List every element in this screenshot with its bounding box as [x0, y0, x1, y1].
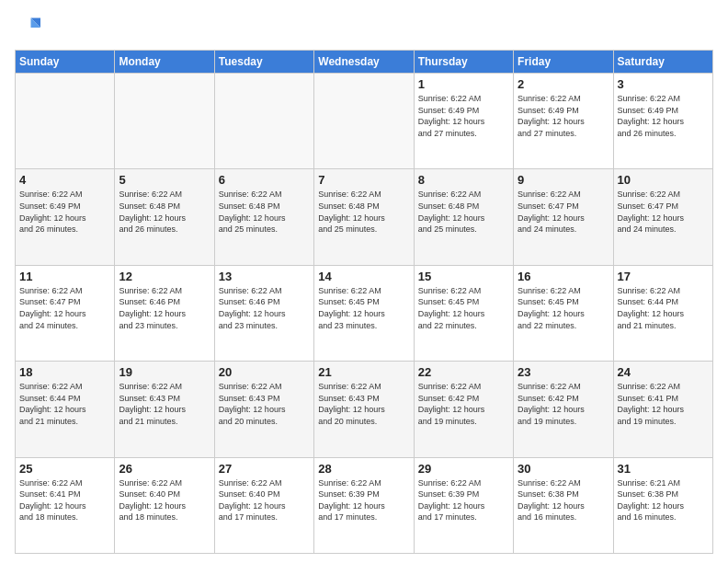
calendar-cell: 19Sunrise: 6:22 AM Sunset: 6:43 PM Dayli… — [115, 362, 214, 457]
calendar-cell: 14Sunrise: 6:22 AM Sunset: 6:45 PM Dayli… — [314, 265, 414, 361]
day-number: 25 — [19, 462, 110, 476]
day-info: Sunrise: 6:22 AM Sunset: 6:44 PM Dayligh… — [19, 381, 110, 427]
day-info: Sunrise: 6:22 AM Sunset: 6:44 PM Dayligh… — [618, 285, 709, 331]
calendar-cell: 28Sunrise: 6:22 AM Sunset: 6:39 PM Dayli… — [314, 457, 414, 553]
day-number: 6 — [219, 173, 310, 187]
day-number: 31 — [618, 462, 709, 476]
day-info: Sunrise: 6:22 AM Sunset: 6:48 PM Dayligh… — [318, 189, 409, 235]
day-info: Sunrise: 6:22 AM Sunset: 6:39 PM Dayligh… — [418, 477, 509, 523]
day-number: 22 — [418, 365, 509, 379]
weekday-header: Sunday — [16, 51, 115, 74]
day-number: 3 — [618, 77, 709, 91]
calendar-cell: 31Sunrise: 6:21 AM Sunset: 6:38 PM Dayli… — [613, 457, 712, 553]
day-info: Sunrise: 6:22 AM Sunset: 6:41 PM Dayligh… — [19, 477, 110, 523]
day-number: 23 — [518, 365, 609, 379]
calendar-week-row: 4Sunrise: 6:22 AM Sunset: 6:49 PM Daylig… — [16, 169, 713, 265]
day-info: Sunrise: 6:22 AM Sunset: 6:46 PM Dayligh… — [119, 285, 210, 331]
calendar-cell: 23Sunrise: 6:22 AM Sunset: 6:42 PM Dayli… — [514, 362, 613, 457]
calendar-cell: 2Sunrise: 6:22 AM Sunset: 6:49 PM Daylig… — [514, 74, 613, 169]
logo — [15, 15, 44, 40]
calendar-cell — [16, 74, 115, 169]
day-number: 28 — [318, 462, 409, 476]
calendar-cell: 24Sunrise: 6:22 AM Sunset: 6:41 PM Dayli… — [613, 362, 712, 457]
calendar-cell: 29Sunrise: 6:22 AM Sunset: 6:39 PM Dayli… — [414, 457, 513, 553]
calendar-cell: 3Sunrise: 6:22 AM Sunset: 6:49 PM Daylig… — [613, 74, 712, 169]
day-info: Sunrise: 6:22 AM Sunset: 6:43 PM Dayligh… — [219, 381, 310, 427]
calendar-cell: 20Sunrise: 6:22 AM Sunset: 6:43 PM Dayli… — [214, 362, 313, 457]
day-info: Sunrise: 6:22 AM Sunset: 6:45 PM Dayligh… — [418, 285, 509, 331]
day-number: 10 — [618, 173, 709, 187]
calendar-week-row: 11Sunrise: 6:22 AM Sunset: 6:47 PM Dayli… — [16, 265, 713, 361]
day-number: 8 — [418, 173, 509, 187]
day-number: 4 — [19, 173, 110, 187]
calendar-cell: 21Sunrise: 6:22 AM Sunset: 6:43 PM Dayli… — [314, 362, 414, 457]
day-number: 27 — [219, 462, 310, 476]
day-info: Sunrise: 6:22 AM Sunset: 6:49 PM Dayligh… — [618, 93, 709, 139]
day-number: 29 — [418, 462, 509, 476]
day-info: Sunrise: 6:22 AM Sunset: 6:42 PM Dayligh… — [518, 381, 609, 427]
calendar-cell: 12Sunrise: 6:22 AM Sunset: 6:46 PM Dayli… — [115, 265, 214, 361]
weekday-header: Tuesday — [214, 51, 313, 74]
calendar-header-row: SundayMondayTuesdayWednesdayThursdayFrid… — [16, 51, 713, 74]
calendar-cell: 1Sunrise: 6:22 AM Sunset: 6:49 PM Daylig… — [414, 74, 513, 169]
day-info: Sunrise: 6:22 AM Sunset: 6:49 PM Dayligh… — [19, 189, 110, 235]
calendar-cell — [115, 74, 214, 169]
calendar-cell: 30Sunrise: 6:22 AM Sunset: 6:38 PM Dayli… — [514, 457, 613, 553]
day-number: 30 — [518, 462, 609, 476]
day-number: 24 — [618, 365, 709, 379]
day-number: 1 — [418, 77, 509, 91]
day-info: Sunrise: 6:22 AM Sunset: 6:38 PM Dayligh… — [518, 477, 609, 523]
day-number: 21 — [318, 365, 409, 379]
day-info: Sunrise: 6:22 AM Sunset: 6:45 PM Dayligh… — [518, 285, 609, 331]
day-number: 5 — [119, 173, 210, 187]
calendar-cell: 8Sunrise: 6:22 AM Sunset: 6:48 PM Daylig… — [414, 169, 513, 265]
day-number: 13 — [219, 270, 310, 283]
day-info: Sunrise: 6:22 AM Sunset: 6:41 PM Dayligh… — [618, 381, 709, 427]
calendar-cell: 6Sunrise: 6:22 AM Sunset: 6:48 PM Daylig… — [214, 169, 313, 265]
calendar-week-row: 25Sunrise: 6:22 AM Sunset: 6:41 PM Dayli… — [16, 457, 713, 553]
day-info: Sunrise: 6:22 AM Sunset: 6:49 PM Dayligh… — [418, 93, 509, 139]
page: SundayMondayTuesdayWednesdayThursdayFrid… — [0, 0, 728, 563]
calendar-cell: 17Sunrise: 6:22 AM Sunset: 6:44 PM Dayli… — [613, 265, 712, 361]
calendar-cell: 10Sunrise: 6:22 AM Sunset: 6:47 PM Dayli… — [613, 169, 712, 265]
day-info: Sunrise: 6:21 AM Sunset: 6:38 PM Dayligh… — [618, 477, 709, 523]
calendar-cell — [214, 74, 313, 169]
calendar-week-row: 1Sunrise: 6:22 AM Sunset: 6:49 PM Daylig… — [16, 74, 713, 169]
day-info: Sunrise: 6:22 AM Sunset: 6:47 PM Dayligh… — [518, 189, 609, 235]
calendar-cell: 22Sunrise: 6:22 AM Sunset: 6:42 PM Dayli… — [414, 362, 513, 457]
calendar-cell: 11Sunrise: 6:22 AM Sunset: 6:47 PM Dayli… — [16, 265, 115, 361]
day-number: 20 — [219, 365, 310, 379]
day-number: 9 — [518, 173, 609, 187]
day-number: 2 — [518, 77, 609, 91]
calendar-cell: 9Sunrise: 6:22 AM Sunset: 6:47 PM Daylig… — [514, 169, 613, 265]
weekday-header: Saturday — [613, 51, 712, 74]
day-number: 11 — [19, 270, 110, 283]
day-number: 14 — [318, 270, 409, 283]
day-number: 26 — [119, 462, 210, 476]
day-number: 17 — [618, 270, 709, 283]
day-info: Sunrise: 6:22 AM Sunset: 6:43 PM Dayligh… — [318, 381, 409, 427]
day-number: 12 — [119, 270, 210, 283]
day-info: Sunrise: 6:22 AM Sunset: 6:47 PM Dayligh… — [618, 189, 709, 235]
day-info: Sunrise: 6:22 AM Sunset: 6:48 PM Dayligh… — [418, 189, 509, 235]
logo-icon — [15, 15, 40, 40]
day-info: Sunrise: 6:22 AM Sunset: 6:45 PM Dayligh… — [318, 285, 409, 331]
day-info: Sunrise: 6:22 AM Sunset: 6:40 PM Dayligh… — [219, 477, 310, 523]
weekday-header: Monday — [115, 51, 214, 74]
day-info: Sunrise: 6:22 AM Sunset: 6:39 PM Dayligh… — [318, 477, 409, 523]
day-number: 16 — [518, 270, 609, 283]
calendar-cell — [314, 74, 414, 169]
day-info: Sunrise: 6:22 AM Sunset: 6:46 PM Dayligh… — [219, 285, 310, 331]
calendar-cell: 16Sunrise: 6:22 AM Sunset: 6:45 PM Dayli… — [514, 265, 613, 361]
day-info: Sunrise: 6:22 AM Sunset: 6:48 PM Dayligh… — [219, 189, 310, 235]
day-info: Sunrise: 6:22 AM Sunset: 6:40 PM Dayligh… — [119, 477, 210, 523]
calendar-cell: 27Sunrise: 6:22 AM Sunset: 6:40 PM Dayli… — [214, 457, 313, 553]
calendar-cell: 25Sunrise: 6:22 AM Sunset: 6:41 PM Dayli… — [16, 457, 115, 553]
calendar-table: SundayMondayTuesdayWednesdayThursdayFrid… — [15, 50, 713, 554]
day-info: Sunrise: 6:22 AM Sunset: 6:43 PM Dayligh… — [119, 381, 210, 427]
calendar-cell: 15Sunrise: 6:22 AM Sunset: 6:45 PM Dayli… — [414, 265, 513, 361]
calendar-cell: 13Sunrise: 6:22 AM Sunset: 6:46 PM Dayli… — [214, 265, 313, 361]
day-number: 15 — [418, 270, 509, 283]
day-number: 19 — [119, 365, 210, 379]
day-number: 7 — [318, 173, 409, 187]
